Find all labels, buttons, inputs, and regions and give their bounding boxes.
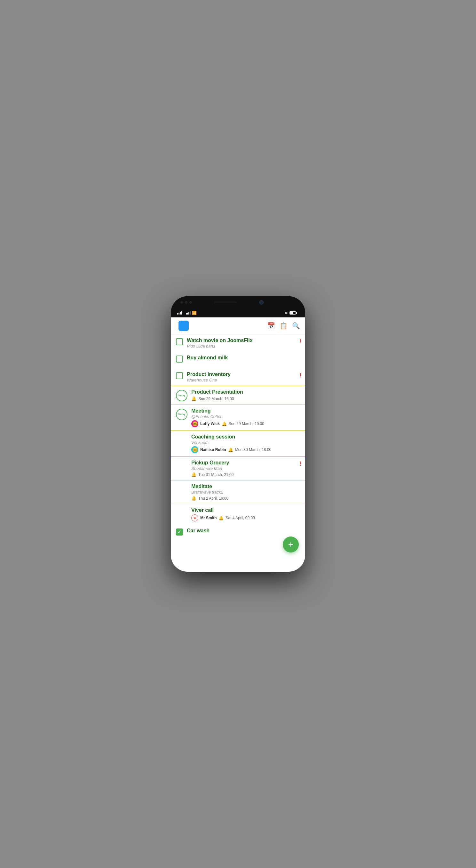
task-checkbox[interactable] bbox=[176, 338, 183, 345]
task-item[interactable]: Watch movie on JoomsFlix Pido Dida part1… bbox=[171, 334, 305, 352]
task-datetime: Sun 29 March, 16:00 bbox=[198, 397, 234, 401]
task-title: Meeting bbox=[191, 408, 300, 414]
bell-icon: 🔔 bbox=[191, 472, 196, 477]
task-meta: 😊Namiso Robin🔔Mon 30 March, 18:00 bbox=[191, 446, 300, 453]
task-title: Buy almond milk bbox=[187, 355, 300, 361]
task-datetime: Sun 29 March, 19:00 bbox=[229, 422, 264, 426]
task-meta: 🔔Sun 29 March, 16:00 bbox=[191, 396, 300, 401]
task-meta: 🔔Thu 2 April, 19:00 bbox=[191, 496, 300, 501]
urgent-badge: ! bbox=[299, 461, 301, 467]
urgent-badge: ! bbox=[299, 338, 301, 345]
task-content: Meeting @Esbaks Coffee 😆Luffy Wick🔔Sun 2… bbox=[191, 408, 300, 427]
task-checkbox[interactable] bbox=[176, 355, 183, 363]
task-meta: 🔔Tue 31 March, 21:00 bbox=[191, 472, 300, 477]
avatar: 😆 bbox=[191, 420, 198, 427]
task-checkbox[interactable] bbox=[176, 372, 183, 379]
phone-top-hardware bbox=[171, 296, 305, 308]
task-subtitle: @Esbaks Coffee bbox=[191, 414, 300, 419]
signal-bar bbox=[180, 312, 181, 314]
task-title: Pickup Grocery bbox=[191, 460, 300, 466]
task-content: Viver call ★Mr Smith🔔Sat 4 April, 09:00 bbox=[191, 507, 300, 522]
task-content: Product Presentation 🔔Sun 29 March, 16:0… bbox=[191, 389, 300, 401]
task-title: Meditate bbox=[191, 484, 300, 489]
task-meta: ★Mr Smith🔔Sat 4 April, 09:00 bbox=[191, 515, 300, 522]
scheduled-icon[interactable]: 📋 bbox=[280, 322, 287, 330]
signal-bar bbox=[178, 313, 179, 314]
task-datetime: Mon 30 March, 18:00 bbox=[235, 447, 271, 452]
battery-icon bbox=[290, 311, 297, 314]
task-list: Watch movie on JoomsFlix Pido Dida part1… bbox=[171, 334, 305, 572]
bell-icon: 🔔 bbox=[218, 516, 224, 521]
signal-bar bbox=[186, 313, 187, 314]
task-subtitle: Via zoom bbox=[191, 440, 300, 445]
phone-frame: 📶 ∗ 📅 📋 🔍 bbox=[171, 296, 305, 572]
camera-area bbox=[180, 301, 192, 304]
camera-dot-2 bbox=[185, 301, 188, 304]
camera-dot-3 bbox=[190, 301, 192, 304]
task-item[interactable]: Today Product Presentation 🔔Sun 29 March… bbox=[171, 386, 305, 405]
task-title: Product inventory bbox=[187, 372, 300, 377]
task-content: Pickup Grocery Shopamore Mart 🔔Tue 31 Ma… bbox=[191, 460, 300, 477]
signal-bar bbox=[190, 311, 191, 314]
front-camera bbox=[259, 300, 264, 305]
signal-bar bbox=[189, 312, 190, 314]
person-name: Namiso Robin bbox=[200, 447, 226, 452]
wifi-icon: 📶 bbox=[192, 311, 197, 315]
task-content: Meditate Brainwave track2 🔔Thu 2 April, … bbox=[191, 484, 300, 501]
task-item[interactable]: Today Meeting @Esbaks Coffee 😆Luffy Wick… bbox=[171, 405, 305, 431]
task-datetime: Thu 2 April, 19:00 bbox=[198, 496, 228, 501]
signal-bars-2 bbox=[186, 311, 191, 314]
task-title: Watch movie on JoomsFlix bbox=[187, 338, 300, 343]
today-badge: Today bbox=[176, 390, 188, 401]
task-content: Buy almond milk bbox=[187, 355, 300, 361]
task-title: Viver call bbox=[191, 507, 300, 513]
urgent-badge: ! bbox=[299, 372, 301, 379]
avatar: ★ bbox=[191, 515, 198, 522]
task-content: Coaching session Via zoom 😊Namiso Robin🔔… bbox=[191, 434, 300, 453]
speaker-grille bbox=[214, 301, 237, 303]
search-icon[interactable]: 🔍 bbox=[292, 322, 300, 330]
task-content: Car wash bbox=[187, 528, 300, 534]
bell-icon: 🔔 bbox=[191, 396, 196, 401]
task-item[interactable]: Product inventory Warehouse One ! bbox=[171, 368, 305, 386]
battery-body bbox=[290, 311, 296, 314]
header-icons: 📅 📋 🔍 bbox=[267, 322, 300, 330]
signal-bar bbox=[181, 311, 182, 314]
task-item[interactable]: Pickup Grocery Shopamore Mart 🔔Tue 31 Ma… bbox=[171, 457, 305, 480]
app-header: 📅 📋 🔍 bbox=[171, 317, 305, 334]
task-title: Product Presentation bbox=[191, 389, 300, 395]
task-subtitle: Warehouse One bbox=[187, 378, 300, 382]
task-subtitle: Brainwave track2 bbox=[191, 490, 300, 495]
bluetooth-icon: ∗ bbox=[285, 311, 287, 315]
avatar: 😊 bbox=[191, 446, 198, 453]
status-left: 📶 bbox=[177, 311, 197, 315]
bell-icon: 🔔 bbox=[191, 496, 196, 501]
camera-dot-1 bbox=[180, 301, 183, 304]
signal-bar bbox=[177, 313, 178, 314]
status-right: ∗ bbox=[285, 311, 299, 315]
screen: 📅 📋 🔍 Watch movie on JoomsFlix Pido Dida… bbox=[171, 317, 305, 572]
person-name: Luffy Wick bbox=[200, 422, 220, 426]
task-item[interactable]: Viver call ★Mr Smith🔔Sat 4 April, 09:00 bbox=[171, 504, 305, 525]
task-subtitle: Shopamore Mart bbox=[191, 466, 300, 471]
calendar-icon[interactable]: 📅 bbox=[267, 322, 275, 330]
task-title: Car wash bbox=[187, 528, 300, 534]
app-logo bbox=[178, 321, 189, 331]
signal-bars-1 bbox=[177, 311, 182, 314]
task-content: Watch movie on JoomsFlix Pido Dida part1 bbox=[187, 338, 300, 348]
battery-fill bbox=[290, 312, 293, 314]
bell-icon: 🔔 bbox=[222, 422, 227, 426]
add-task-button[interactable]: + bbox=[283, 536, 299, 553]
status-bar: 📶 ∗ bbox=[171, 308, 305, 317]
signal-bar bbox=[187, 313, 188, 314]
person-name: Mr Smith bbox=[200, 516, 216, 520]
task-title: Coaching session bbox=[191, 434, 300, 440]
task-item[interactable]: Buy almond milk bbox=[171, 352, 305, 368]
task-meta: 😆Luffy Wick🔔Sun 29 March, 19:00 bbox=[191, 420, 300, 427]
task-checkbox[interactable] bbox=[176, 528, 183, 535]
task-content: Product inventory Warehouse One bbox=[187, 372, 300, 382]
task-item[interactable]: Coaching session Via zoom 😊Namiso Robin🔔… bbox=[171, 431, 305, 457]
task-datetime: Sat 4 April, 09:00 bbox=[226, 516, 254, 520]
battery-tip bbox=[296, 312, 297, 314]
task-item[interactable]: Meditate Brainwave track2 🔔Thu 2 April, … bbox=[171, 480, 305, 504]
